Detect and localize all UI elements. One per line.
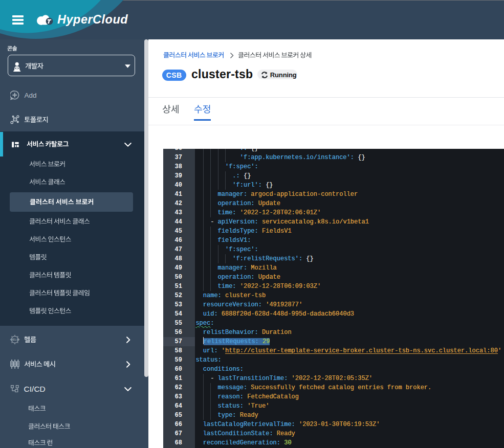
svg-text:HELM: HELM <box>11 338 19 341</box>
